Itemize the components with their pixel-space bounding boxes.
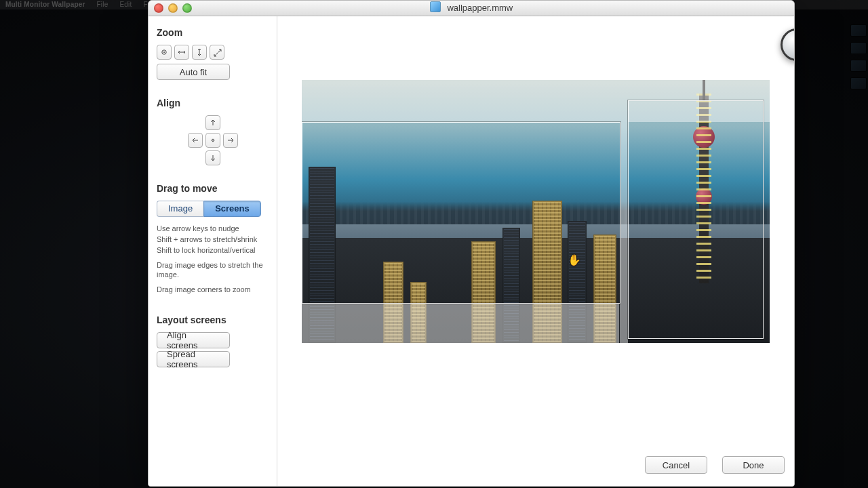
done-button[interactable]: Done bbox=[722, 456, 785, 474]
zoom-heading: Zoom bbox=[157, 27, 269, 38]
center-icon bbox=[209, 136, 217, 144]
fit-vertical-icon bbox=[195, 48, 203, 56]
arrow-down-icon bbox=[209, 154, 217, 162]
arrow-right-icon bbox=[226, 136, 235, 144]
progress-indicator bbox=[781, 28, 795, 61]
zoom-fit-diagonal-button[interactable] bbox=[210, 45, 224, 60]
fit-horizontal-icon bbox=[178, 48, 186, 56]
zoom-window-button[interactable] bbox=[182, 3, 192, 13]
drag-mode-screens[interactable]: Screens bbox=[203, 201, 261, 217]
wallpaper-stage[interactable]: ✋ bbox=[302, 80, 770, 343]
align-top-button[interactable] bbox=[205, 115, 220, 130]
align-bottom-button[interactable] bbox=[205, 150, 220, 165]
drag-mode-segment: Image Screens bbox=[157, 201, 269, 217]
fit-diagonal-icon bbox=[213, 48, 221, 56]
zoom-fit-height-button[interactable] bbox=[192, 45, 207, 60]
align-heading: Align bbox=[157, 98, 269, 108]
preview-canvas[interactable]: ✋ Cancel Done bbox=[277, 16, 794, 486]
align-right-button[interactable] bbox=[223, 133, 238, 148]
spread-screens-button[interactable]: Spread screens bbox=[157, 351, 230, 367]
svg-rect-2 bbox=[212, 139, 214, 142]
align-center-button[interactable] bbox=[205, 133, 220, 148]
drag-mode-image[interactable]: Image bbox=[157, 201, 203, 217]
align-screens-button[interactable]: Align screens bbox=[157, 332, 230, 348]
cancel-button[interactable]: Cancel bbox=[645, 456, 707, 474]
dialog-footer: Cancel Done bbox=[645, 456, 785, 474]
titlebar[interactable]: wallpapper.mmw bbox=[149, 1, 794, 16]
menubar-item-edit[interactable]: Edit bbox=[119, 1, 132, 8]
close-window-button[interactable] bbox=[154, 3, 163, 13]
app-window: wallpapper.mmw Zoom bbox=[148, 0, 795, 487]
svg-point-1 bbox=[163, 52, 165, 53]
auto-fit-button[interactable]: Auto fit bbox=[157, 64, 230, 80]
document-icon bbox=[430, 1, 441, 12]
align-left-button[interactable] bbox=[188, 133, 203, 148]
minimize-window-button[interactable] bbox=[168, 3, 178, 13]
drag-help-text: Use arrow keys to nudge Shift + arrows t… bbox=[157, 224, 269, 294]
window-title: wallpapper.mmw bbox=[447, 3, 513, 13]
sidebar: Zoom bbox=[149, 16, 277, 486]
window-controls bbox=[154, 3, 192, 13]
desktop-thumbnails bbox=[850, 24, 867, 89]
target-icon bbox=[160, 48, 168, 56]
drag-heading: Drag to move bbox=[157, 183, 269, 194]
zoom-fit-width-button[interactable] bbox=[174, 45, 189, 60]
arrow-up-icon bbox=[209, 119, 217, 127]
menubar-item-file[interactable]: File bbox=[97, 1, 108, 8]
layout-heading: Layout screens bbox=[157, 314, 269, 325]
zoom-actual-size-button[interactable] bbox=[157, 45, 172, 60]
menubar-app-name: Multi Monitor Wallpaper bbox=[5, 1, 85, 8]
arrow-left-icon bbox=[191, 136, 199, 144]
